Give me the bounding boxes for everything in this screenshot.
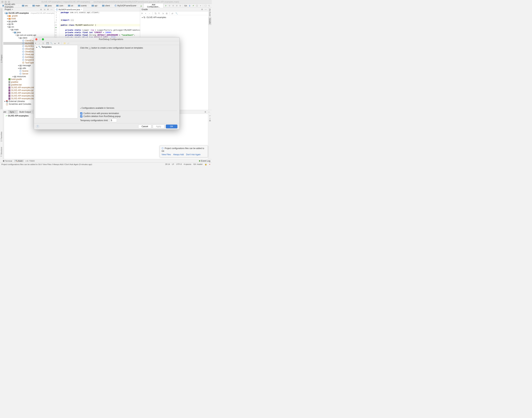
project-panel-title[interactable]: Project [5,8,11,11]
dont-ask-link[interactable]: Don't Ask Again [186,153,201,156]
profile-icon[interactable] [176,4,178,7]
project-tool-tab[interactable]: 1: Project [0,8,3,109]
vcs-commit-icon[interactable] [192,4,194,7]
vcs-update-icon[interactable] [189,4,191,7]
class-icon: C [22,53,24,56]
collapse-icon[interactable]: ⇲ [162,12,164,14]
memory-icon[interactable]: ● [209,163,210,165]
breadcrumb[interactable]: scenic [77,4,91,7]
build-icon[interactable] [140,4,142,7]
sync-tab[interactable]: Sync× [8,110,18,114]
hide-icon[interactable]: — [208,111,210,113]
breadcrumb[interactable]: main [31,4,44,7]
todo-tab[interactable]: ≡ 6: TODO [24,160,36,162]
settings-icon[interactable]: ✻ [47,8,49,11]
breadcrumb[interactable]: src [21,4,31,7]
vcs-rollback-icon[interactable] [200,4,202,7]
run-icon[interactable] [165,4,167,7]
file-encoding[interactable]: UTF-8 [176,163,181,165]
indent-info[interactable]: 4 spaces [184,163,191,165]
add-icon[interactable]: + [145,12,147,14]
wrench-icon[interactable]: 🔧 [175,12,177,14]
cursor-position[interactable]: 28:14 [165,163,170,165]
breadcrumb[interactable]: OLIVE-API-examples [1,3,21,8]
folder-icon[interactable]: 📁 [63,42,66,44]
gradle-tree[interactable]: ▶ 🐘 OLIVE-API-examples [140,15,208,20]
settings-icon[interactable]: ✻ [204,111,207,113]
tasks-icon[interactable]: ⊞ [166,12,168,14]
help-icon[interactable]: ? [36,125,39,128]
project-structure-icon[interactable] [204,4,207,7]
hide-icon[interactable]: — [50,8,53,11]
apply-button[interactable]: Apply [153,125,165,128]
editor-tab[interactable]: C MySADFrameScorer.java × [55,8,84,11]
remove-icon[interactable]: − [149,12,151,14]
edit-templates-icon[interactable]: 🔧 [50,42,52,44]
close-window-icon[interactable] [1,1,3,3]
hide-icon[interactable]: — [205,8,207,11]
breadcrumb[interactable]: com [55,4,67,7]
move-down-icon[interactable]: ▼ [58,42,60,44]
event-log-button[interactable]: Event Log [199,160,210,162]
cancel-button[interactable]: Cancel [138,125,151,128]
sort-icon[interactable]: ↓↑ [67,42,69,44]
gradle-elephant-icon[interactable]: 🐘 [154,12,156,14]
vcs-history-icon[interactable] [196,4,198,7]
close-tab-icon[interactable]: × [15,111,16,113]
close-dialog-icon[interactable] [35,38,37,40]
always-add-link[interactable]: Always Add [173,153,184,156]
print-icon[interactable]: 🖶 [208,119,212,122]
terminal-tab[interactable]: ▣ Terminal [1,160,14,162]
config-tree[interactable]: ▶ 🔧 Templates [35,45,78,118]
breadcrumb[interactable]: api [91,4,101,7]
breadcrumb[interactable]: MySADFrameScorer [114,4,140,7]
favorites-tool-tab[interactable]: 2: Favorites [0,131,3,142]
services-expander[interactable]: Configurations available in Services [80,107,177,109]
structure-tool-tab[interactable]: 7: Structure [0,146,3,158]
ant-tool-tab[interactable]: Ant Build [209,8,211,17]
limit-input[interactable] [110,118,117,122]
event-indicator-icon [199,160,200,162]
zoom-window-icon[interactable] [8,1,10,3]
ok-button[interactable]: OK [166,125,177,128]
notification-text: Project configurations files can be adde… [162,147,204,152]
expand-all-icon[interactable]: ⇲ [44,8,46,11]
confirm-rerun-checkbox[interactable] [80,112,83,115]
line-separator[interactable]: LF [172,163,174,165]
debug-icon[interactable] [168,4,171,7]
remove-config-icon[interactable]: − [39,42,41,44]
offline-icon[interactable]: ⇄ [172,12,174,14]
build-tab[interactable]: 🔨 Build [14,160,24,162]
copy-config-icon[interactable]: ⎘ [43,42,45,44]
svg-point-0 [169,5,170,6]
refresh-icon[interactable]: ⟳ [141,12,143,14]
breadcrumb[interactable]: sri [67,4,77,7]
close-tab-icon[interactable]: × [32,111,33,113]
stop-icon[interactable] [179,4,181,7]
settings-icon[interactable]: ✻ [201,8,204,11]
soft-wrap-icon[interactable]: ↩ [208,115,212,117]
expand-icon[interactable]: ⇱ [158,12,160,14]
gradle-tool-tab[interactable]: Gradle [209,17,211,25]
minimize-window-icon[interactable] [5,1,7,3]
select-opened-icon[interactable]: ⊕ [40,8,43,11]
breadcrumb[interactable]: java [44,4,55,7]
libraries-icon: 📚 [6,100,8,103]
lock-icon[interactable]: 🔒 [205,163,207,165]
git-branch[interactable]: Git: master [193,163,203,165]
zoom-dialog-icon[interactable] [42,38,44,40]
build-output-tab[interactable]: Build Output× [18,110,34,114]
view-files-link[interactable]: View Files [162,153,171,156]
templates-node[interactable]: ▶ 🔧 Templates [35,45,78,49]
save-config-icon[interactable]: 💾 [46,42,48,44]
scroll-end-icon[interactable]: ⤓ [208,117,212,119]
move-up-icon[interactable]: ▲ [54,42,56,44]
coverage-icon[interactable] [172,4,174,7]
add-config-icon[interactable]: + [35,42,37,44]
search-everywhere-icon[interactable] [208,4,210,7]
breadcrumb[interactable]: client [101,4,114,7]
run-configuration-button[interactable]: Add Configuration... [144,3,164,8]
close-tab-icon[interactable]: × [81,8,82,10]
confirm-delete-checkbox[interactable] [80,115,83,117]
folder-icon [102,5,105,7]
